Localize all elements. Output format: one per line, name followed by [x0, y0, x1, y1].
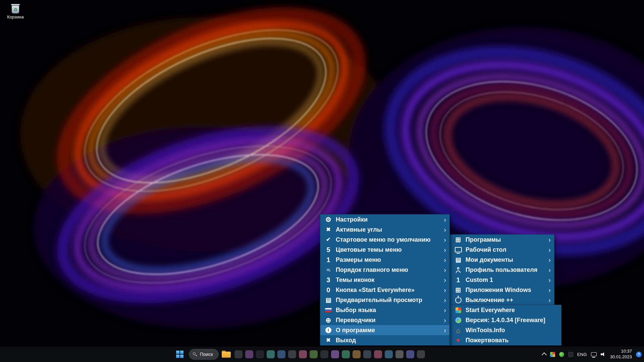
menu-item-programs[interactable]: ⊞ Программы ›	[450, 235, 554, 245]
chevron-right-icon: ›	[548, 276, 551, 284]
window-list-icon: ⊞	[453, 236, 464, 243]
volume-icon[interactable]	[601, 352, 606, 357]
about-submenu: Start Everywhere Версия: 1.4.0.34 [Freew…	[450, 305, 561, 346]
start-everywhere-logo-icon	[453, 307, 464, 313]
network-icon[interactable]	[591, 352, 597, 356]
menu-item-donate[interactable]: ♥ Пожертвовать	[450, 335, 561, 345]
taskbar-app-icon[interactable]	[256, 350, 264, 358]
menu-item-label: Custom 1	[466, 277, 545, 284]
taskbar-app-icon[interactable]	[245, 350, 253, 358]
tray-icon-multicolor[interactable]	[550, 352, 555, 357]
chevron-right-icon: ›	[444, 216, 446, 224]
chevron-right-icon: ›	[548, 296, 551, 304]
menu-item-version[interactable]: Версия: 1.4.0.34 [Freeware]	[450, 315, 561, 325]
windows-apps-icon: ⊞	[453, 287, 464, 293]
digit-5-icon: 5	[323, 246, 334, 253]
monitor-icon	[453, 247, 464, 252]
taskbar-app-icon[interactable]	[406, 350, 414, 358]
clock[interactable]: 10:37 30.01.2023	[610, 349, 632, 360]
taskbar-app-icon[interactable]	[320, 350, 328, 358]
recycle-arrows-icon: ♻	[13, 7, 17, 12]
menu-item-label: Выход	[336, 337, 446, 344]
search-button[interactable]: Поиск	[189, 349, 219, 360]
tray-expand-chevron-icon[interactable]	[542, 352, 547, 358]
menu-item-windows-apps[interactable]: ⊞ Приложения Windows ›	[450, 285, 554, 295]
chevron-right-icon: ›	[444, 236, 446, 244]
heart-icon: ♥	[453, 337, 464, 344]
chevron-right-icon: ›	[548, 266, 551, 274]
clock-time: 10:37	[610, 349, 632, 354]
exit-icon: ✖	[323, 338, 334, 343]
language-indicator[interactable]: ENG	[577, 352, 587, 357]
version-icon	[453, 317, 464, 323]
search-label: Поиск	[200, 352, 213, 357]
document-icon: ▤	[453, 257, 464, 263]
taskbar-app-icon[interactable]	[331, 350, 339, 358]
menu-item-language[interactable]: Выбор языка ›	[320, 305, 449, 315]
menu-item-wintools[interactable]: ⌂ WinTools.Info	[450, 325, 561, 335]
taskbar-app-icon[interactable]	[363, 350, 371, 358]
menu-item-custom1[interactable]: 1 Custom 1 ›	[450, 275, 554, 285]
info-icon: i	[323, 327, 334, 333]
tray-icon-dark[interactable]	[568, 352, 573, 357]
chevron-right-icon: ›	[444, 226, 446, 234]
menu-item-documents[interactable]: ▤ Мои документы ›	[450, 255, 554, 265]
menu-item-exit[interactable]: ✖ Выход	[320, 335, 449, 345]
taskbar-app-icon[interactable]	[374, 350, 382, 358]
user-icon	[453, 267, 464, 273]
menu-item-label: Выключение ++	[466, 297, 545, 304]
recycle-bin-icon: ♻	[11, 4, 20, 13]
menu-item-color-themes[interactable]: 5 Цветовые темы меню ›	[320, 245, 449, 255]
chevron-right-icon: ›	[444, 306, 446, 314]
taskbar-app-icon[interactable]	[417, 350, 425, 358]
menu-item-main-menu-order[interactable]: ≡↓ Порядок главного меню ›	[320, 265, 449, 275]
menu-item-label: Start Everywhere	[466, 307, 558, 314]
taskbar-app-icon[interactable]	[342, 350, 350, 358]
taskbar-app-icon[interactable]	[310, 350, 318, 358]
menu-item-translators[interactable]: ⊕ Переводчики ›	[320, 315, 449, 325]
help-badge[interactable]: ?	[636, 352, 642, 357]
file-explorer-button[interactable]	[222, 351, 231, 358]
taskbar-app-icon[interactable]	[395, 350, 404, 358]
chevron-right-icon: ›	[444, 276, 446, 284]
menu-item-user-profile[interactable]: Профиль пользователя ›	[450, 265, 554, 275]
taskbar-app-icon[interactable]	[299, 350, 307, 358]
menu-item-label: Цветовые темы меню	[336, 246, 440, 253]
chevron-right-icon: ›	[444, 286, 446, 294]
menu-item-shutdown[interactable]: Выключение ++ ›	[450, 295, 554, 305]
menu-item-label: Настройки	[336, 216, 440, 223]
menu-item-start-everywhere-button[interactable]: 0 Кнопка «Start Everywhere» ›	[320, 285, 449, 295]
chevron-right-icon: ›	[444, 266, 446, 274]
chevron-right-icon: ›	[444, 256, 446, 264]
menu-item-default-start-menu[interactable]: ✔ Стартовое меню по умолчанию ›	[320, 235, 449, 245]
menu-item-label: Профиль пользователя	[466, 266, 545, 274]
home-icon: ⌂	[453, 327, 464, 334]
menu-item-label: Переводчики	[336, 317, 440, 324]
taskbar-app-icon[interactable]	[277, 350, 285, 358]
tray-icon-green[interactable]	[559, 352, 564, 357]
taskbar-app-icon[interactable]	[267, 350, 275, 358]
menu-item-settings[interactable]: ⚙ Настройки ›	[320, 215, 449, 225]
recycle-bin[interactable]: ♻ Корзина	[3, 4, 28, 19]
taskbar: Поиск ENG 10:37 30.01.2023 ?	[0, 347, 644, 362]
start-button[interactable]	[174, 348, 186, 360]
chevron-right-icon: ›	[444, 316, 446, 324]
menu-item-label: WinTools.Info	[466, 327, 558, 334]
menu-item-about[interactable]: i О программе ›	[320, 325, 449, 335]
menu-item-icon-themes[interactable]: 3 Темы иконок ›	[320, 275, 449, 285]
russian-flag-icon	[323, 308, 334, 312]
menu-item-label: Программы	[466, 236, 545, 243]
taskbar-app-icon[interactable]	[234, 350, 243, 358]
sort-order-icon: ≡↓	[323, 267, 334, 272]
taskbar-app-icon[interactable]	[288, 350, 296, 358]
menu-item-preview[interactable]: ▤ Предварительный просмотр ›	[320, 295, 449, 305]
taskbar-app-icon[interactable]	[353, 350, 361, 358]
preview-icon: ▤	[323, 297, 334, 303]
taskbar-app-icons	[234, 350, 425, 358]
menu-item-desktop[interactable]: Рабочий стол ›	[450, 245, 554, 255]
menu-item-menu-sizes[interactable]: 1 Размеры меню ›	[320, 255, 449, 265]
menu-item-label: Рабочий стол	[466, 246, 545, 253]
menu-item-start-everywhere[interactable]: Start Everywhere	[450, 305, 561, 315]
taskbar-app-icon[interactable]	[385, 350, 393, 358]
menu-item-active-corners[interactable]: ✖ Активные углы ›	[320, 225, 449, 235]
